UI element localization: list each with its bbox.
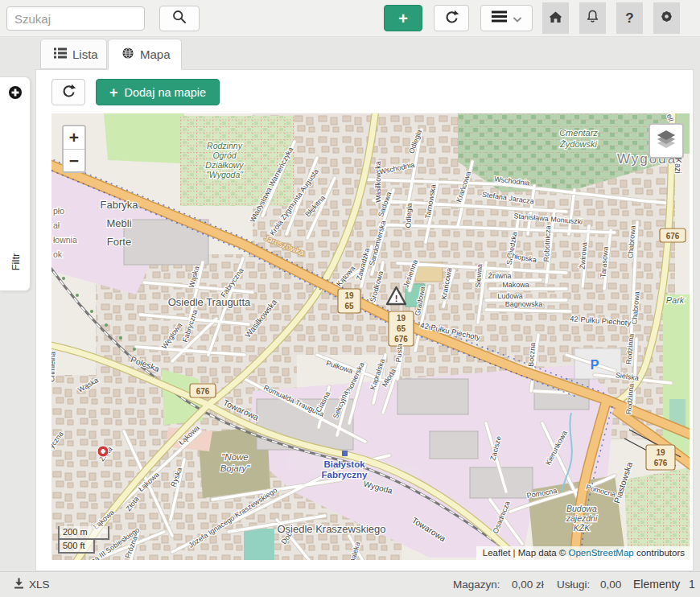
tab-mapa[interactable]: Mapa — [108, 39, 182, 70]
refresh-icon — [60, 83, 76, 102]
place-label: Osiedle Kraszewskiego — [277, 523, 385, 535]
shield-19-65: 19 65 — [338, 289, 360, 313]
shield-19-676: 19 676 — [646, 445, 675, 470]
map-canvas[interactable]: 676 19 65 19 65 676 676 — [51, 113, 690, 560]
map-tiles: 676 19 65 19 65 676 676 — [51, 113, 690, 560]
search-button[interactable] — [159, 6, 200, 31]
filter-label: Filtr — [9, 253, 21, 271]
place-label: ał — [53, 220, 60, 230]
help-button[interactable]: ? — [616, 2, 643, 34]
place-label: "Wygoda" — [206, 170, 244, 179]
search-input[interactable] — [6, 6, 145, 31]
shield-text: 676 — [196, 387, 210, 396]
place-label: Budowa — [566, 504, 597, 513]
street-label: Bagnowska — [505, 300, 543, 308]
plus-icon: + — [398, 10, 408, 27]
shield-19-65-676: 19 65 676 — [389, 311, 414, 346]
question-icon: ? — [625, 10, 633, 27]
xls-export-button[interactable]: XLS — [14, 578, 50, 591]
uslugi-value: 0,00 — [600, 578, 621, 591]
place-label: łownia — [53, 235, 77, 245]
station-label: Białystok — [323, 459, 365, 469]
bottom-status-bar: XLS Magazyn: 0,00 zł Usługi: 0,00 Elemen… — [0, 571, 700, 597]
place-label: "Nowe — [221, 452, 248, 462]
home-icon — [548, 10, 563, 27]
layers-icon — [655, 129, 677, 153]
place-label: Fabryka — [101, 199, 139, 211]
bell-icon — [585, 9, 600, 27]
place-label: Osiedle Traugutta — [168, 296, 251, 308]
place-label: pło — [53, 206, 64, 216]
filter-sidebar[interactable]: Filtr — [0, 76, 31, 291]
hospital-icon — [97, 446, 109, 457]
top-toolbar: + ? — [0, 0, 700, 37]
warning-glyph: ! — [395, 294, 398, 303]
settings-button[interactable] — [653, 2, 680, 34]
elementy-value: 1 — [689, 578, 695, 591]
attribution-end: contributors — [634, 548, 685, 558]
zoom-in-button[interactable]: + — [64, 126, 84, 149]
shield-676-east: 676 — [660, 229, 686, 242]
tab-label: Mapa — [140, 47, 171, 61]
refresh-icon — [443, 9, 459, 28]
scale-imperial: 500 ft — [58, 540, 95, 554]
layers-control[interactable] — [649, 123, 684, 159]
scale-control: 200 m 500 ft — [58, 526, 109, 554]
map-refresh-button[interactable] — [51, 79, 85, 105]
place-label: Forte — [107, 236, 131, 248]
uslugi-label: Usługi: — [557, 578, 590, 591]
street-label: Pusta — [394, 344, 404, 363]
attribution-mid: | Map data © — [510, 548, 568, 558]
shield-text: 676 — [394, 335, 408, 344]
place-label: zajezdni — [566, 513, 598, 523]
shield-text: 65 — [397, 324, 406, 333]
chevron-down-icon — [513, 11, 521, 26]
shield-text: 19 — [656, 448, 665, 457]
place-label: Park — [666, 295, 685, 305]
magazyn-label: Magazyn: — [453, 578, 500, 591]
notifications-button[interactable] — [579, 2, 606, 34]
place-label: ok — [53, 249, 63, 259]
globe-icon — [121, 47, 134, 62]
street-label: Ludowa — [497, 292, 523, 300]
hamburger-icon — [492, 10, 507, 26]
place-label: Żydowski — [559, 139, 597, 149]
openstreetmap-link[interactable]: OpenStreetMap — [569, 548, 634, 558]
zoom-control: + − — [62, 125, 86, 173]
xls-label: XLS — [29, 578, 50, 591]
shield-text: 65 — [344, 302, 354, 311]
add-on-map-button[interactable]: + Dodaj na mapie — [96, 79, 220, 105]
street-label: Żniwna — [488, 272, 511, 280]
add-on-map-label: Dodaj na mapie — [125, 86, 207, 99]
plus-circle-icon[interactable] — [8, 85, 23, 103]
tab-label: Lista — [72, 47, 98, 61]
plus-icon: + — [109, 85, 118, 100]
zoom-out-button[interactable]: − — [64, 149, 84, 171]
place-label: KŻK — [574, 523, 591, 533]
search-icon — [171, 9, 187, 28]
shield-text: 676 — [666, 232, 680, 241]
shield-text: 676 — [654, 459, 668, 467]
menu-button[interactable] — [480, 5, 533, 31]
street-label: Odległa — [404, 203, 414, 229]
parking-icon: P — [591, 358, 599, 372]
shield-text: 19 — [344, 291, 354, 300]
place-label: Bojary" — [220, 463, 251, 473]
place-label: Działkowy — [205, 160, 244, 170]
station-icon — [342, 451, 348, 456]
attribution-leaflet: Leaflet — [483, 548, 511, 558]
street-label: Makowa — [502, 281, 529, 289]
refresh-button[interactable] — [434, 5, 469, 31]
home-button[interactable] — [542, 2, 569, 34]
add-button[interactable]: + — [384, 5, 422, 31]
gear-icon — [659, 9, 674, 27]
place-label: Mebli — [106, 217, 131, 229]
place-label: Ogród — [212, 150, 237, 160]
tab-lista[interactable]: Lista — [40, 39, 107, 69]
scale-metric: 200 m — [58, 526, 109, 540]
place-label: Rodzinny — [207, 141, 243, 150]
place-label: Cmentarz — [559, 128, 598, 138]
shield-text: 19 — [397, 314, 406, 323]
download-icon — [14, 578, 24, 591]
station-label: Fabryczny — [322, 470, 368, 480]
